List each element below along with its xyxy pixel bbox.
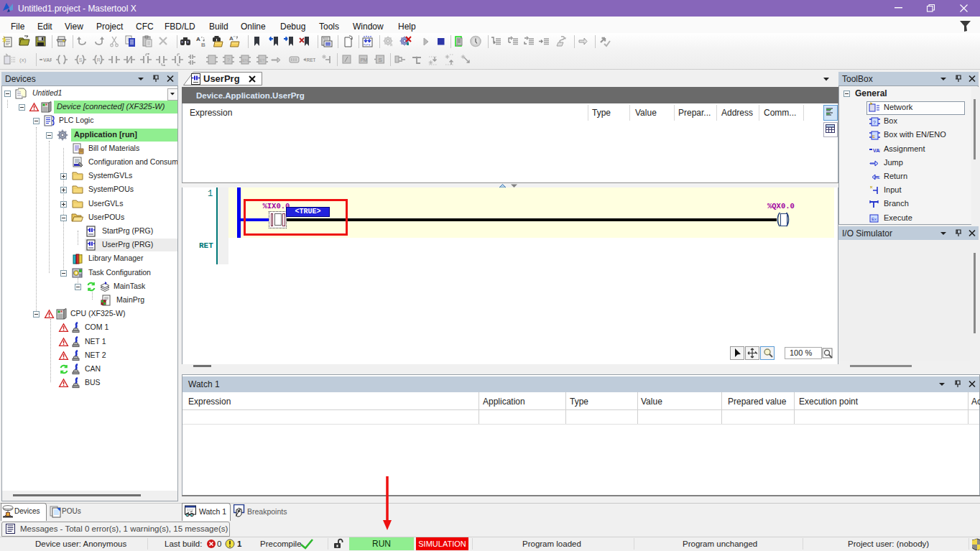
svg-text:VAR: VAR — [873, 147, 880, 152]
svg-text:A: A — [229, 35, 234, 42]
svg-text:E?: E? — [259, 58, 265, 62]
svg-text:?: ? — [873, 120, 876, 125]
svg-text:A: A — [196, 36, 200, 42]
svg-text:B: B — [201, 42, 205, 48]
svg-text:RET: RET — [874, 175, 880, 180]
svg-text:EN: EN — [242, 58, 248, 62]
svg-text:E: E — [872, 134, 875, 139]
svg-text:RET: RET — [307, 57, 316, 62]
svg-text:PM: PM — [361, 57, 368, 62]
svg-text:S: S — [379, 57, 382, 63]
svg-text:Ex: Ex — [872, 217, 877, 221]
svg-text:?: ? — [227, 57, 231, 63]
